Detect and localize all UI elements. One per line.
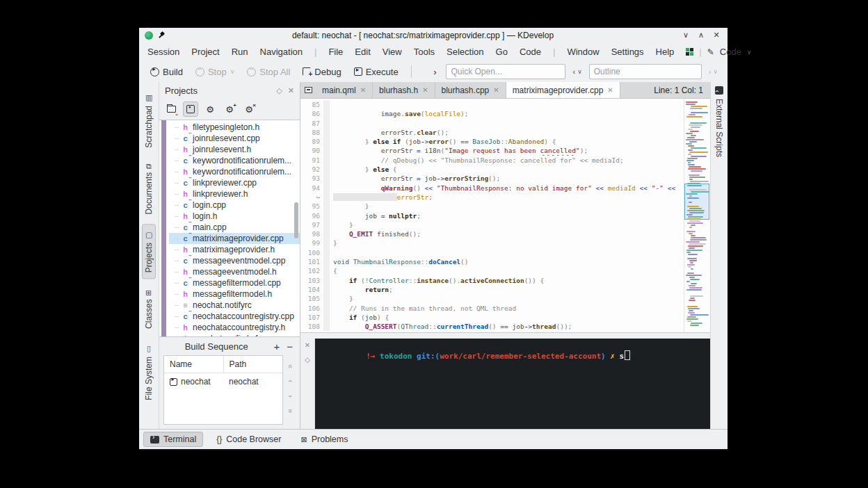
table-row[interactable]: neochat neochat [164,373,282,390]
move-down-button[interactable]: › [287,395,295,398]
code-line[interactable]: 87 [300,119,684,128]
code-line[interactable]: 93 errorStr = job->errorString(); [300,174,684,183]
show-targets-button[interactable] [183,101,198,117]
tree-item-neochataccountregistry-cpp[interactable]: cneochataccountregistry.cpp [169,311,300,322]
code-line[interactable]: 90 errorStr = i18n("Image request has be… [300,146,684,155]
chevron-down-icon[interactable]: ∨ [747,49,752,56]
forward-navigation[interactable]: › ∨ [706,67,721,76]
execute-button[interactable]: Execute [350,65,403,79]
tree-scrollbar[interactable] [294,202,298,238]
code-line[interactable]: 89 } else if (job->error() == BaseJob::A… [300,137,684,146]
quick-open-input[interactable] [446,64,565,79]
editor-tab-main-qml[interactable]: main.qml✕ [316,82,373,98]
terminal-detach-icon[interactable]: ◇ [305,356,310,364]
code-line[interactable]: 99} [300,238,684,247]
code-line[interactable]: 95 } [300,202,684,211]
menu-item-navigation[interactable]: Navigation [260,47,303,57]
tab-close-icon[interactable]: ✕ [360,86,366,94]
tab-close-icon[interactable]: ✕ [493,86,499,94]
code-line[interactable]: 101void ThumbnailResponse::doCancel() [300,257,684,266]
tree-item-neochataccountregistry-h[interactable]: hneochataccountregistry.h [169,322,300,333]
tree-item-login-cpp[interactable]: clogin.cpp [169,200,300,211]
code-line[interactable]: 97 } [300,220,684,229]
close-panel-icon[interactable]: ✕ [288,86,294,95]
move-bottom-button[interactable]: » [287,409,295,413]
code-line[interactable]: 91 // qDebug() << "ThumbnailResponse: ca… [300,156,684,165]
stop-dropdown-icon[interactable]: ∨ [230,68,235,75]
code-editor[interactable]: 8586 image.save(localFile);8788 errorStr… [300,99,710,332]
move-top-button[interactable]: « [287,364,295,368]
menu-item-settings[interactable]: Settings [611,47,644,57]
tab-close-icon[interactable]: ✕ [422,86,428,94]
toolview-terminal-button[interactable]: Terminal [143,432,203,447]
sidebar-tab-projects[interactable]: Projects▢ [142,224,156,279]
code-line[interactable]: 86 image.save(localFile); [300,109,684,118]
stop-all-button[interactable]: Stop All [243,65,294,79]
open-project-button[interactable] [163,101,179,117]
column-header-path[interactable]: Path [224,359,283,369]
code-line[interactable]: 94 qWarning() << "ThumbnailResponse: no … [300,184,684,193]
menu-item-run[interactable]: Run [232,47,248,57]
tab-close-icon[interactable]: ✕ [607,86,613,94]
outline-input[interactable] [589,64,702,79]
stop-button[interactable]: Stop ∨ [191,65,239,79]
code-line[interactable]: 96 job = nullptr; [300,211,684,220]
move-up-button[interactable]: ‹ [287,380,295,382]
remove-build-item-button[interactable]: − [287,341,293,352]
menu-item-window[interactable]: Window [567,47,599,57]
tree-item-messageeventmodel-cpp[interactable]: cmessageeventmodel.cpp [169,255,300,266]
column-header-name[interactable]: Name [164,356,224,373]
tree-item-neochatconfig-kcfg[interactable]: ⚙neochatconfig.kcfg [169,333,300,336]
sidebar-tab-external-scripts[interactable]: External Scripts [714,99,724,157]
terminal-close-icon[interactable]: ✕ [305,341,310,349]
code-line[interactable]: 107 if (job) { [300,313,684,322]
close-project-button[interactable]: ⚙× [241,101,257,117]
code-line[interactable]: 92 } else { [300,165,684,174]
add-build-item-button[interactable]: + [273,341,280,352]
menu-item-selection[interactable]: Selection [447,47,483,57]
menu-item-project[interactable]: Project [191,47,219,57]
code-line[interactable]: 98 Q_EMIT finished(); [300,229,684,238]
code-line[interactable]: 103 if (!Controller::instance().activeCo… [300,276,684,285]
tree-item-messagefiltermodel-h[interactable]: hmessagefiltermodel.h [169,288,300,300]
code-line[interactable]: 104 return; [300,285,684,294]
tree-item-keywordnotificationrulem-[interactable]: ckeywordnotificationrulem... [169,155,300,166]
menu-item-edit[interactable]: Edit [355,47,370,57]
menu-item-session[interactable]: Session [147,47,179,57]
sidebar-tab-classes[interactable]: Classes⊞ [143,284,155,334]
editor-tab-blurhash-h[interactable]: blurhash.h✕ [373,82,435,98]
sidebar-tab-file-system[interactable]: File System▭ [143,339,155,406]
tab-switcher-button[interactable] [300,82,316,98]
tree-item-matriximageprovider-cpp[interactable]: cmatriximageprovider.cpp [169,233,300,244]
terminal[interactable]: !→ tokodon git:(work/carl/remember-selec… [315,339,710,429]
sidebar-tab-scratchpad[interactable]: Scratchpad▤ [143,88,155,154]
editor-tab-matriximageprovider-cpp[interactable]: matriximageprovider.cpp✕ [506,82,620,98]
toolview-problems-button[interactable]: ⊠Problems [294,432,354,446]
back-navigation[interactable]: ‹ ∨ [570,67,584,76]
code-line[interactable]: ↪ errorStr; [300,193,684,202]
code-line[interactable]: 102{ [300,266,684,275]
float-panel-icon[interactable]: ◇ [276,86,282,95]
code-line[interactable]: 106 // Runs in the main thread, not QML … [300,304,684,313]
tree-item-linkpreviewer-cpp[interactable]: clinkpreviewer.cpp [169,177,300,188]
maximize-button[interactable]: ∧ [696,31,707,40]
code-session-button[interactable]: Code [720,47,741,57]
minimap[interactable] [684,99,710,332]
pin-icon[interactable] [157,31,166,40]
menu-item-code[interactable]: Code [520,47,541,57]
menu-item-tools[interactable]: Tools [414,47,435,57]
editor-terminal-splitter[interactable] [300,332,710,339]
menu-item-view[interactable]: View [383,47,402,57]
reload-project-button[interactable]: ⚙+ [222,101,237,117]
minimize-button[interactable]: ∨ [680,31,691,40]
build-button[interactable]: Build [146,65,187,79]
toolbar-overflow-button[interactable]: › [428,67,442,77]
configure-button[interactable]: ⚙ [202,101,218,117]
debug-button[interactable]: Debug [298,65,345,79]
code-line[interactable]: 85 [300,100,684,109]
tree-item-messagefiltermodel-cpp[interactable]: cmessagefiltermodel.cpp [169,277,300,288]
menu-item-go[interactable]: Go [496,47,508,57]
code-line[interactable]: 105 } [300,294,684,303]
sidebar-tab-documents[interactable]: Documents⧉ [143,158,155,220]
tree-item-joinrulesevent-cpp[interactable]: cjoinrulesevent.cpp [169,133,300,144]
